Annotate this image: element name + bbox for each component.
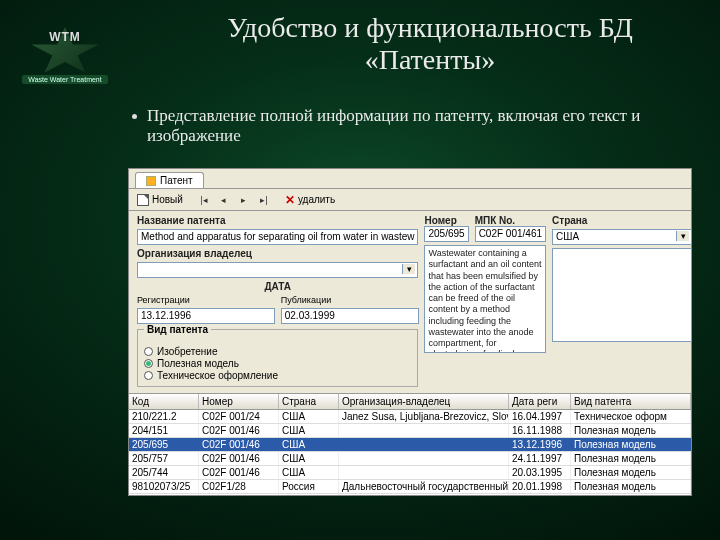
table-cell-country: США: [279, 410, 339, 423]
table-cell-country: Россия: [279, 480, 339, 493]
table-cell-reg: 20.03.1995: [509, 466, 571, 479]
table-cell-org: РХТУ им.Д.И.Менделеева: [339, 494, 509, 495]
mpk-field[interactable]: C02F 001/461: [475, 226, 546, 242]
label-mpk: МПК No.: [475, 215, 516, 226]
new-button[interactable]: Новый: [137, 194, 183, 206]
table-cell-country: США: [279, 424, 339, 437]
table-cell-country: США: [279, 452, 339, 465]
table-cell-number: C02F1/46: [199, 494, 279, 495]
grid-header-number[interactable]: Номер: [199, 394, 279, 409]
table-row[interactable]: 93025598/26C02F1/46РоссияРХТУ им.Д.И.Мен…: [129, 494, 691, 495]
table-cell-reg: 28.04.1993: [509, 494, 571, 495]
table-cell-code: 93025598/26: [129, 494, 199, 495]
logo-ribbon: Waste Water Treatment: [22, 75, 107, 84]
patents-grid: Код Номер Страна Организация-владелец Да…: [129, 393, 691, 495]
table-cell-reg: 24.11.1997: [509, 452, 571, 465]
table-row[interactable]: 210/221.2C02F 001/24СШАJanez Susa, Ljubl…: [129, 410, 691, 424]
label-date: ДАТА: [137, 281, 418, 292]
tab-bar: Патент: [129, 169, 691, 189]
table-cell-number: C02F 001/46: [199, 424, 279, 437]
table-row[interactable]: 205/744C02F 001/46США20.03.1995Полезная …: [129, 466, 691, 480]
reg-date-field[interactable]: 13.12.1996: [137, 308, 275, 324]
radio-design-label: Техническое оформление: [157, 370, 278, 381]
label-pub-date: Публикации: [281, 295, 419, 305]
nav-next-icon[interactable]: ▸: [237, 194, 251, 206]
toolbar: Новый |◂ ◂ ▸ ▸| ✕ удалить: [129, 189, 691, 211]
label-patent-name: Название патента: [137, 215, 418, 226]
radio-utility-label: Полезная модель: [157, 358, 239, 369]
delete-button[interactable]: ✕ удалить: [285, 194, 335, 206]
table-cell-org: [339, 452, 509, 465]
grid-header-kind[interactable]: Вид патента: [571, 394, 691, 409]
table-cell-kind: Полезная модель: [571, 438, 691, 451]
slide-bullet: Представление полной информации по патен…: [132, 106, 680, 146]
nav-last-icon[interactable]: ▸|: [257, 194, 271, 206]
table-cell-code: 205/695: [129, 438, 199, 451]
table-cell-org: [339, 438, 509, 451]
bullet-dot-icon: [132, 114, 137, 119]
nav-first-icon[interactable]: |◂: [197, 194, 211, 206]
table-cell-code: 210/221.2: [129, 410, 199, 423]
table-row[interactable]: 205/695C02F 001/46США13.12.1996Полезная …: [129, 438, 691, 452]
table-cell-org: Janez Susa, Ljubljana-Brezovicz, Sloveni…: [339, 410, 509, 423]
radio-utility[interactable]: Полезная модель: [144, 358, 411, 369]
table-cell-kind: Техническое оформ: [571, 410, 691, 423]
grid-header-code[interactable]: Код: [129, 394, 199, 409]
table-cell-number: C02F 001/46: [199, 452, 279, 465]
table-cell-country: США: [279, 438, 339, 451]
grid-header-reg[interactable]: Дата реги: [509, 394, 571, 409]
table-cell-code: 205/744: [129, 466, 199, 479]
table-cell-code: 205/757: [129, 452, 199, 465]
number-field[interactable]: 205/695: [424, 226, 468, 242]
kind-group: Вид патента Изобретение Полезная модель …: [137, 329, 418, 387]
table-cell-code: 98102073/25: [129, 480, 199, 493]
table-row[interactable]: 204/151C02F 001/46США16.11.1988Полезная …: [129, 424, 691, 438]
bullet-text: Представление полной информации по патен…: [147, 106, 680, 146]
app-window: Патент Новый |◂ ◂ ▸ ▸| ✕ удалить Названи…: [128, 168, 692, 496]
table-cell-code: 204/151: [129, 424, 199, 437]
table-row[interactable]: 98102073/25C02F1/28РоссияДальневосточный…: [129, 480, 691, 494]
table-cell-number: C02F 001/46: [199, 438, 279, 451]
patent-name-field[interactable]: Method and apparatus for separating oil …: [137, 229, 418, 245]
tab-patent[interactable]: Патент: [135, 172, 204, 188]
form-area: Название патента Method and apparatus fo…: [129, 211, 691, 393]
record-nav: |◂ ◂ ▸ ▸|: [197, 194, 271, 206]
table-cell-number: C02F 001/24: [199, 410, 279, 423]
table-cell-kind: Полезная модель: [571, 494, 691, 495]
table-cell-kind: Полезная модель: [571, 424, 691, 437]
slide-title: Удобство и функциональность БД «Патенты»: [160, 12, 700, 76]
radio-invention[interactable]: Изобретение: [144, 346, 411, 357]
nav-prev-icon[interactable]: ◂: [217, 194, 231, 206]
new-icon: [137, 194, 149, 206]
table-cell-reg: 20.01.1998: [509, 480, 571, 493]
label-org: Организация владелец: [137, 248, 418, 259]
new-button-label: Новый: [152, 194, 183, 205]
radio-design[interactable]: Техническое оформление: [144, 370, 411, 381]
table-cell-kind: Полезная модель: [571, 480, 691, 493]
table-cell-reg: 16.11.1988: [509, 424, 571, 437]
grid-header-row: Код Номер Страна Организация-владелец Да…: [129, 394, 691, 410]
logo: WTM Waste Water Treatment: [20, 16, 110, 88]
table-cell-reg: 16.04.1997: [509, 410, 571, 423]
table-cell-number: C02F 001/46: [199, 466, 279, 479]
label-kind: Вид патента: [144, 324, 211, 335]
abstract-textarea[interactable]: Wastewater containing a surfactant and a…: [424, 245, 546, 353]
table-cell-org: [339, 466, 509, 479]
tab-patent-icon: [146, 176, 156, 186]
table-cell-reg: 13.12.1996: [509, 438, 571, 451]
table-row[interactable]: 205/757C02F 001/46США24.11.1997Полезная …: [129, 452, 691, 466]
table-cell-country: Россия: [279, 494, 339, 495]
table-cell-country: США: [279, 466, 339, 479]
pub-date-field[interactable]: 02.03.1999: [281, 308, 419, 324]
org-combo[interactable]: [137, 262, 418, 278]
grid-header-org[interactable]: Организация-владелец: [339, 394, 509, 409]
label-country: Страна: [552, 215, 692, 226]
grid-header-country[interactable]: Страна: [279, 394, 339, 409]
delete-icon: ✕: [285, 194, 295, 206]
country-combo[interactable]: США: [552, 229, 692, 245]
patent-image-box[interactable]: [552, 248, 692, 342]
table-cell-org: Дальневосточный государственный те: [339, 480, 509, 493]
table-cell-kind: Полезная модель: [571, 452, 691, 465]
table-cell-kind: Полезная модель: [571, 466, 691, 479]
tab-patent-label: Патент: [160, 175, 193, 186]
